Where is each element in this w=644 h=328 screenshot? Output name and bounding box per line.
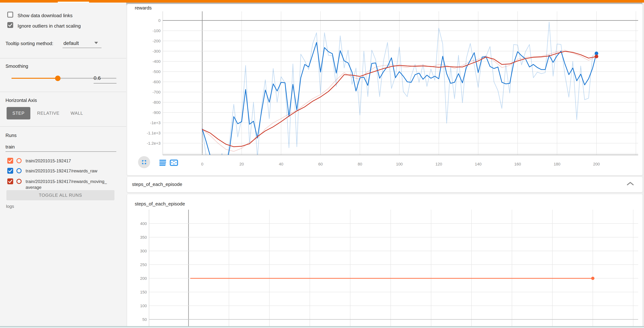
steps-section-header[interactable]: steps_of_each_episode (127, 177, 642, 192)
tooltip-sorting-label: Tooltip sorting method: (6, 41, 54, 46)
app-header (0, 0, 644, 2)
run-filter-underline (6, 152, 116, 152)
steps-chart-card: steps_of_each_episode (127, 194, 642, 328)
show-data-download-links-label: Show data download links (18, 13, 72, 18)
horizontal-axis-label: Horizontal Axis (6, 98, 37, 103)
ignore-outliers-checkbox[interactable] (7, 22, 13, 28)
smoothing-value-underline (94, 83, 116, 83)
run-checkbox-0[interactable] (7, 158, 13, 164)
smoothing-value-input[interactable] (94, 75, 116, 81)
tab-step[interactable]: STEP (6, 107, 30, 119)
tooltip-sorting-underline (62, 48, 102, 48)
rewards-chart-plot[interactable] (163, 11, 638, 155)
run-radio-0[interactable] (16, 158, 22, 163)
run-checkbox-2[interactable] (7, 178, 13, 184)
smoothing-slider-track-filled[interactable] (12, 78, 58, 79)
toggle-all-runs-button[interactable]: TOGGLE ALL RUNS (6, 190, 114, 200)
fit-domain-icon[interactable] (170, 160, 178, 166)
settings-sidebar: Show data download links Ignore outliers… (0, 2, 126, 328)
section-title: steps_of_each_episode (132, 182, 182, 187)
run-checkbox-1[interactable] (7, 168, 13, 174)
steps-chart-title: steps_of_each_episode (135, 201, 185, 206)
runs-label: Runs (6, 133, 17, 138)
run-label-2: train/20201015-192417/rewards_moving_ (26, 179, 107, 184)
rewards-chart-title: rewards (135, 5, 152, 10)
log-scale-icon[interactable] (159, 160, 166, 166)
ignore-outliers-label: Ignore outliers in chart scaling (18, 23, 81, 28)
rewards-chart-card: rewards (127, 4, 642, 175)
divider (0, 58, 126, 58)
divider (0, 92, 126, 92)
tab-relative[interactable]: RELATIVE (37, 111, 60, 115)
tooltip-sorting-dropdown[interactable]: default (64, 41, 79, 46)
chevron-down-icon[interactable] (94, 42, 98, 44)
run-label-2-line2: average (26, 185, 42, 190)
page-scrollbar[interactable] (642, 2, 644, 328)
run-label-1: train/20201015-192417/rewards_raw (26, 168, 97, 174)
expand-icon[interactable] (140, 159, 148, 166)
smoothing-slider-thumb[interactable] (55, 76, 60, 81)
run-label-0: train/20201015-192417 (26, 158, 71, 164)
tab-wall[interactable]: WALL (70, 111, 83, 115)
chevron-up-icon[interactable] (627, 181, 634, 186)
show-data-download-links-checkbox[interactable] (7, 12, 13, 17)
run-filter-input[interactable] (6, 144, 113, 150)
logs-label: logs (6, 204, 14, 209)
run-radio-1[interactable] (16, 168, 22, 173)
smoothing-label: Smoothing (6, 64, 28, 68)
tensorboard-scalars-page: Show data download links Ignore outliers… (0, 0, 644, 328)
window-bottom-edge (0, 326, 644, 328)
divider (0, 126, 126, 127)
steps-chart-plot[interactable] (149, 210, 638, 328)
run-radio-2[interactable] (16, 179, 22, 184)
